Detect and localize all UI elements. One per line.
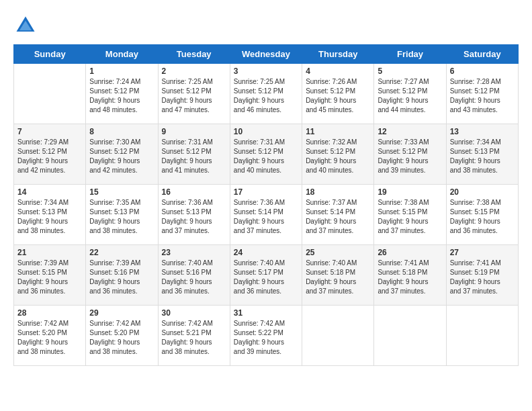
day-info: Sunrise: 7:36 AM Sunset: 5:14 PM Dayligh… — [234, 198, 298, 236]
day-number: 1 — [89, 66, 154, 76]
calendar-cell: 27Sunrise: 7:41 AM Sunset: 5:19 PM Dayli… — [446, 245, 518, 306]
day-info: Sunrise: 7:30 AM Sunset: 5:12 PM Dayligh… — [89, 138, 154, 175]
day-number: 15 — [89, 187, 154, 197]
day-info: Sunrise: 7:27 AM Sunset: 5:12 PM Dayligh… — [378, 77, 442, 115]
calendar-cell: 19Sunrise: 7:38 AM Sunset: 5:15 PM Dayli… — [374, 185, 446, 245]
day-number: 17 — [234, 187, 298, 197]
day-info: Sunrise: 7:34 AM Sunset: 5:13 PM Dayligh… — [17, 198, 82, 236]
calendar-cell: 13Sunrise: 7:34 AM Sunset: 5:13 PM Dayli… — [446, 124, 518, 185]
calendar-cell: 25Sunrise: 7:40 AM Sunset: 5:18 PM Dayli… — [302, 245, 374, 306]
calendar-cell: 15Sunrise: 7:35 AM Sunset: 5:13 PM Dayli… — [86, 185, 158, 245]
day-info: Sunrise: 7:36 AM Sunset: 5:13 PM Dayligh… — [162, 198, 226, 236]
calendar-cell: 23Sunrise: 7:40 AM Sunset: 5:16 PM Dayli… — [158, 245, 230, 306]
calendar-cell — [14, 64, 86, 124]
day-number: 29 — [89, 308, 154, 318]
day-info: Sunrise: 7:39 AM Sunset: 5:15 PM Dayligh… — [17, 259, 82, 296]
day-info: Sunrise: 7:35 AM Sunset: 5:13 PM Dayligh… — [89, 198, 154, 236]
weekday-header: Wednesday — [230, 45, 302, 64]
calendar-week-row: 1Sunrise: 7:24 AM Sunset: 5:12 PM Daylig… — [14, 64, 519, 124]
day-info: Sunrise: 7:31 AM Sunset: 5:12 PM Dayligh… — [234, 138, 298, 175]
day-number: 20 — [450, 187, 515, 197]
calendar-week-row: 21Sunrise: 7:39 AM Sunset: 5:15 PM Dayli… — [14, 245, 519, 306]
calendar-week-row: 7Sunrise: 7:29 AM Sunset: 5:12 PM Daylig… — [14, 124, 519, 185]
day-info: Sunrise: 7:34 AM Sunset: 5:13 PM Dayligh… — [450, 138, 515, 175]
calendar-cell: 7Sunrise: 7:29 AM Sunset: 5:12 PM Daylig… — [14, 124, 86, 185]
day-info: Sunrise: 7:31 AM Sunset: 5:12 PM Dayligh… — [162, 138, 226, 175]
day-number: 8 — [89, 127, 154, 136]
calendar-cell — [302, 306, 374, 366]
weekday-header-row: SundayMondayTuesdayWednesdayThursdayFrid… — [14, 45, 519, 64]
calendar-cell: 9Sunrise: 7:31 AM Sunset: 5:12 PM Daylig… — [158, 124, 230, 185]
day-info: Sunrise: 7:41 AM Sunset: 5:18 PM Dayligh… — [378, 259, 442, 296]
day-number: 7 — [17, 127, 82, 136]
day-info: Sunrise: 7:28 AM Sunset: 5:12 PM Dayligh… — [450, 77, 515, 115]
calendar-cell: 18Sunrise: 7:37 AM Sunset: 5:14 PM Dayli… — [302, 185, 374, 245]
day-info: Sunrise: 7:42 AM Sunset: 5:21 PM Dayligh… — [162, 319, 226, 357]
day-info: Sunrise: 7:26 AM Sunset: 5:12 PM Dayligh… — [306, 77, 370, 115]
calendar-cell: 14Sunrise: 7:34 AM Sunset: 5:13 PM Dayli… — [14, 185, 86, 245]
day-number: 27 — [450, 248, 515, 257]
day-info: Sunrise: 7:38 AM Sunset: 5:15 PM Dayligh… — [450, 198, 515, 236]
calendar-cell: 20Sunrise: 7:38 AM Sunset: 5:15 PM Dayli… — [446, 185, 518, 245]
weekday-header: Sunday — [14, 45, 86, 64]
day-info: Sunrise: 7:40 AM Sunset: 5:17 PM Dayligh… — [234, 259, 298, 296]
day-number: 6 — [450, 66, 515, 76]
calendar-cell: 2Sunrise: 7:25 AM Sunset: 5:12 PM Daylig… — [158, 64, 230, 124]
calendar-cell: 31Sunrise: 7:42 AM Sunset: 5:22 PM Dayli… — [230, 306, 302, 366]
day-info: Sunrise: 7:41 AM Sunset: 5:19 PM Dayligh… — [450, 259, 515, 296]
day-number: 21 — [17, 248, 82, 257]
calendar-cell: 17Sunrise: 7:36 AM Sunset: 5:14 PM Dayli… — [230, 185, 302, 245]
weekday-header: Monday — [86, 45, 158, 64]
day-info: Sunrise: 7:42 AM Sunset: 5:22 PM Dayligh… — [234, 319, 298, 357]
day-number: 14 — [17, 187, 82, 197]
calendar-cell — [446, 306, 518, 366]
day-number: 16 — [162, 187, 226, 197]
calendar-week-row: 28Sunrise: 7:42 AM Sunset: 5:20 PM Dayli… — [14, 306, 519, 366]
day-number: 3 — [234, 66, 298, 76]
day-number: 2 — [162, 66, 226, 76]
calendar-cell: 22Sunrise: 7:39 AM Sunset: 5:16 PM Dayli… — [86, 245, 158, 306]
day-info: Sunrise: 7:25 AM Sunset: 5:12 PM Dayligh… — [162, 77, 226, 115]
calendar-cell: 12Sunrise: 7:33 AM Sunset: 5:12 PM Dayli… — [374, 124, 446, 185]
calendar-cell: 21Sunrise: 7:39 AM Sunset: 5:15 PM Dayli… — [14, 245, 86, 306]
day-number: 12 — [378, 127, 442, 136]
day-number: 18 — [306, 187, 370, 197]
calendar-cell: 1Sunrise: 7:24 AM Sunset: 5:12 PM Daylig… — [86, 64, 158, 124]
day-info: Sunrise: 7:37 AM Sunset: 5:14 PM Dayligh… — [306, 198, 370, 236]
calendar-week-row: 14Sunrise: 7:34 AM Sunset: 5:13 PM Dayli… — [14, 185, 519, 245]
day-info: Sunrise: 7:42 AM Sunset: 5:20 PM Dayligh… — [17, 319, 82, 357]
calendar-cell: 8Sunrise: 7:30 AM Sunset: 5:12 PM Daylig… — [86, 124, 158, 185]
weekday-header: Friday — [374, 45, 446, 64]
logo-icon — [13, 13, 38, 38]
day-info: Sunrise: 7:39 AM Sunset: 5:16 PM Dayligh… — [89, 259, 154, 296]
day-number: 26 — [378, 248, 442, 257]
calendar-cell: 30Sunrise: 7:42 AM Sunset: 5:21 PM Dayli… — [158, 306, 230, 366]
day-number: 10 — [234, 127, 298, 136]
day-info: Sunrise: 7:33 AM Sunset: 5:12 PM Dayligh… — [378, 138, 442, 175]
day-number: 11 — [306, 127, 370, 136]
calendar-cell: 11Sunrise: 7:32 AM Sunset: 5:12 PM Dayli… — [302, 124, 374, 185]
page-header — [13, 13, 519, 38]
day-number: 30 — [162, 308, 226, 318]
day-info: Sunrise: 7:24 AM Sunset: 5:12 PM Dayligh… — [89, 77, 154, 115]
day-number: 24 — [234, 248, 298, 257]
calendar-cell: 26Sunrise: 7:41 AM Sunset: 5:18 PM Dayli… — [374, 245, 446, 306]
calendar-cell — [374, 306, 446, 366]
day-number: 19 — [378, 187, 442, 197]
calendar-cell: 10Sunrise: 7:31 AM Sunset: 5:12 PM Dayli… — [230, 124, 302, 185]
day-info: Sunrise: 7:42 AM Sunset: 5:20 PM Dayligh… — [89, 319, 154, 357]
day-number: 4 — [306, 66, 370, 76]
calendar-cell: 3Sunrise: 7:25 AM Sunset: 5:12 PM Daylig… — [230, 64, 302, 124]
calendar-cell: 29Sunrise: 7:42 AM Sunset: 5:20 PM Dayli… — [86, 306, 158, 366]
weekday-header: Tuesday — [158, 45, 230, 64]
day-info: Sunrise: 7:40 AM Sunset: 5:18 PM Dayligh… — [306, 259, 370, 296]
day-info: Sunrise: 7:38 AM Sunset: 5:15 PM Dayligh… — [378, 198, 442, 236]
calendar-table: SundayMondayTuesdayWednesdayThursdayFrid… — [13, 44, 519, 366]
day-number: 31 — [234, 308, 298, 318]
calendar-cell: 16Sunrise: 7:36 AM Sunset: 5:13 PM Dayli… — [158, 185, 230, 245]
day-number: 25 — [306, 248, 370, 257]
day-info: Sunrise: 7:29 AM Sunset: 5:12 PM Dayligh… — [17, 138, 82, 175]
calendar-cell: 5Sunrise: 7:27 AM Sunset: 5:12 PM Daylig… — [374, 64, 446, 124]
day-number: 23 — [162, 248, 226, 257]
weekday-header: Thursday — [302, 45, 374, 64]
